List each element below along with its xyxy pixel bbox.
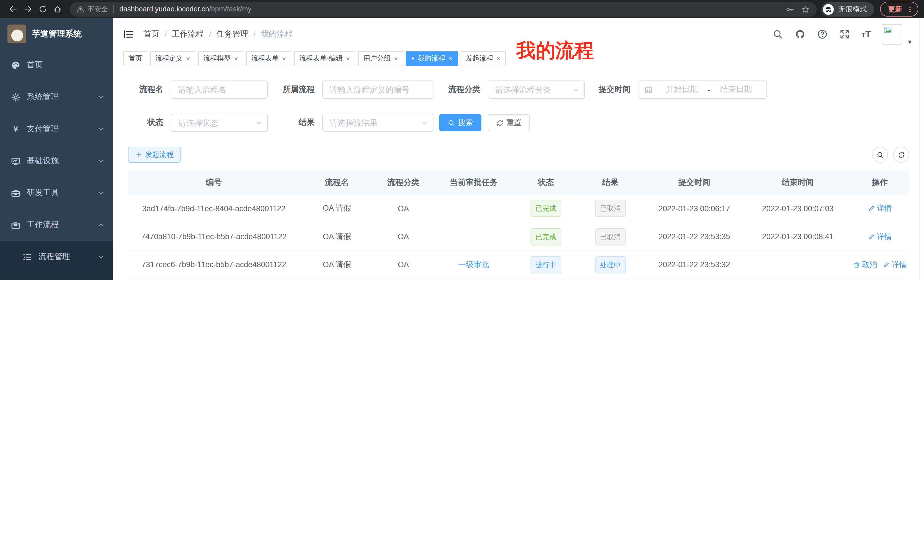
close-tab-icon[interactable]: × [394, 54, 398, 63]
show-search-toggle-button[interactable] [872, 147, 888, 163]
tab-my-process[interactable]: ●我的流程× [406, 51, 458, 66]
avatar[interactable] [882, 24, 902, 45]
tab-label: 首页 [129, 54, 142, 63]
cell-category: OA [374, 251, 433, 279]
cell-end [745, 251, 850, 279]
close-tab-icon[interactable]: × [186, 54, 190, 63]
detail-action-link[interactable]: 详情 [868, 232, 892, 242]
url-host: dashboard.yudao.iocoder.cn [119, 5, 209, 13]
search-button[interactable]: 搜索 [439, 114, 482, 131]
start-process-button[interactable]: 发起流程 [128, 147, 181, 163]
action-label: 详情 [892, 259, 907, 270]
sidebar-item-payment[interactable]: ¥支付管理 [0, 113, 113, 145]
sidebar-item-task-mgmt[interactable]: 任务管理 [0, 273, 113, 280]
table-toolbar: 发起流程 [128, 147, 909, 163]
close-tab-icon[interactable]: × [234, 54, 238, 63]
password-key-icon[interactable] [786, 5, 794, 13]
reset-button[interactable]: 重置 [488, 114, 530, 131]
page-content: 流程名 所属流程 流程分类 提交时间 开始日期 - 结束日期 [113, 67, 924, 280]
toolbox-icon [11, 188, 21, 198]
sidebar-item-home[interactable]: 首页 [0, 49, 113, 81]
app-logo[interactable]: 芋道管理系统 [0, 18, 113, 49]
incognito-badge: 无痕模式 [821, 2, 874, 16]
update-button[interactable]: 更新 [880, 2, 918, 16]
kebab-menu-icon[interactable] [906, 5, 914, 13]
sidebar-item-label: 支付管理 [27, 124, 59, 134]
cell-name: OA 请假 [300, 279, 374, 280]
current-task-link[interactable]: 一级审批 [458, 260, 489, 269]
github-icon[interactable] [795, 29, 805, 39]
close-tab-icon[interactable]: × [496, 54, 501, 63]
cell-name: OA 请假 [300, 251, 374, 279]
active-tab-dot-icon: ● [411, 56, 414, 61]
edit-icon [868, 233, 874, 240]
scrollbar-gutter[interactable] [920, 18, 924, 280]
filter-row-2: 状态 结果 搜索 重置 [128, 114, 909, 132]
sidebar-menu: 首页系统管理¥支付管理基础设施研发工具工作流程流程管理任务管理我的流程待办任务已… [0, 49, 113, 280]
tab-process-form[interactable]: 流程表单× [246, 51, 291, 66]
cell-submit: 2022-01-22 23:51:15 [644, 279, 745, 280]
cell-end: 2022-01-23 00:07:03 [745, 195, 850, 223]
url-bar[interactable]: 不安全 dashboard.yudao.iocoder.cn/bpm/task/… [70, 2, 817, 16]
status-field[interactable] [171, 114, 267, 131]
browser-home-button[interactable] [50, 2, 65, 16]
chevron-down-icon [98, 253, 105, 260]
refresh-table-button[interactable] [893, 147, 909, 163]
fullscreen-icon[interactable] [839, 29, 849, 39]
result-field[interactable] [322, 114, 433, 131]
submit-time-range-picker[interactable]: 开始日期 - 结束日期 [638, 81, 767, 99]
cell-task [433, 279, 514, 280]
url-text[interactable]: dashboard.yudao.iocoder.cn/bpm/task/my [119, 5, 252, 13]
chevron-up-icon [98, 222, 105, 228]
breadcrumb: 首页/工作流程/任务管理/我的流程 [143, 29, 292, 39]
column-header-status: 状态 [514, 171, 577, 195]
status-badge: 已完成 [531, 200, 561, 217]
help-icon[interactable] [817, 29, 827, 39]
browser-forward-button[interactable] [21, 2, 35, 16]
table-row: 7470a810-7b9b-11ec-b5b7-acde48001122OA 请… [128, 223, 909, 251]
sidebar-item-infrastructure[interactable]: 基础设施 [0, 145, 113, 177]
tab-process-definition[interactable]: 流程定义× [150, 51, 195, 66]
close-tab-icon[interactable]: × [346, 54, 350, 63]
close-tab-icon[interactable]: × [448, 54, 453, 63]
process-name-input [171, 81, 268, 99]
tab-process-form-edit[interactable]: 流程表单-编辑× [294, 51, 355, 66]
cell-actions: 取消详情 [850, 251, 909, 279]
sidebar-item-system[interactable]: 系统管理 [0, 81, 113, 113]
tab-start-process[interactable]: 发起流程× [460, 51, 506, 66]
parent-process-field[interactable] [322, 81, 433, 98]
avatar-caret-icon[interactable]: ▼ [907, 39, 913, 45]
cell-task: 一级审批 [433, 251, 514, 279]
browser-back-button[interactable] [6, 2, 21, 16]
close-tab-icon[interactable]: × [282, 54, 286, 63]
browser-reload-button[interactable] [35, 2, 50, 16]
monitor-icon [11, 156, 21, 166]
search-icon[interactable] [772, 29, 783, 39]
cell-end: 2022-01-22 23:51:20 [745, 279, 850, 280]
category-field[interactable] [488, 81, 584, 98]
tab-user-group[interactable]: 用户分组× [358, 51, 403, 66]
annotation-text: 我的流程 [516, 38, 594, 64]
detail-action-link[interactable]: 详情 [883, 259, 907, 270]
bookmark-star-icon[interactable] [801, 5, 810, 13]
tab-process-model[interactable]: 流程模型× [198, 51, 243, 66]
category-label: 流程分类 [447, 84, 480, 95]
font-size-icon[interactable]: TT [861, 29, 871, 39]
sidebar-item-process-mgmt[interactable]: 流程管理 [0, 241, 113, 273]
security-label[interactable]: 不安全 [87, 4, 108, 14]
table-row: 7317cec6-7b9b-11ec-b5b7-acde48001122OA 请… [128, 251, 909, 279]
cell-category: OA [374, 195, 433, 223]
breadcrumb-item[interactable]: 首页 [143, 29, 159, 39]
sidebar: 芋道管理系统 首页系统管理¥支付管理基础设施研发工具工作流程流程管理任务管理我的… [0, 18, 113, 280]
delete-icon [853, 261, 860, 268]
sidebar-item-dev-tools[interactable]: 研发工具 [0, 177, 113, 209]
breadcrumb-separator-icon: / [254, 30, 256, 39]
cancel-action-link[interactable]: 取消 [853, 259, 877, 270]
collapse-sidebar-icon[interactable] [123, 28, 134, 40]
breadcrumb-item[interactable]: 任务管理 [216, 29, 248, 39]
process-name-field[interactable] [171, 81, 267, 98]
detail-action-link[interactable]: 详情 [868, 204, 892, 214]
breadcrumb-item[interactable]: 工作流程 [172, 29, 204, 39]
sidebar-item-workflow[interactable]: 工作流程 [0, 209, 113, 241]
tab-home[interactable]: 首页 [123, 51, 147, 66]
